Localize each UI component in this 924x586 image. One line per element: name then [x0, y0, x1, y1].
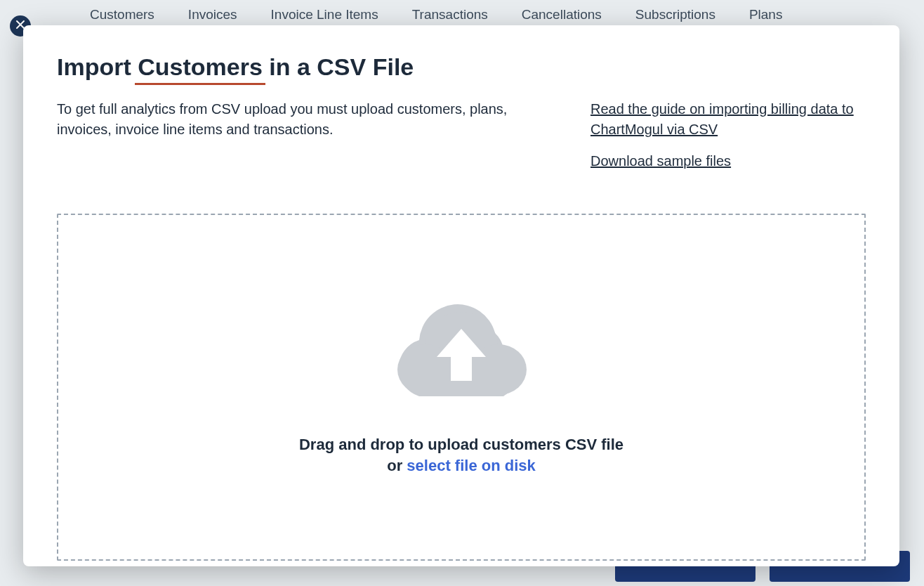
tab-customers[interactable]: Customers: [90, 7, 154, 22]
links-column: Read the guide on importing billing data…: [590, 99, 866, 183]
title-suffix: in a CSV File: [269, 53, 414, 80]
tab-plans[interactable]: Plans: [749, 7, 783, 22]
link-download-sample[interactable]: Download sample files: [590, 153, 731, 169]
title-prefix: Import: [57, 53, 131, 80]
modal-title: Import Customers in a CSV File: [57, 53, 866, 81]
tab-cancellations[interactable]: Cancellations: [522, 7, 602, 22]
tab-subscriptions[interactable]: Subscriptions: [635, 7, 715, 22]
tab-invoices[interactable]: Invoices: [188, 7, 237, 22]
tab-invoice-line-items[interactable]: Invoice Line Items: [271, 7, 378, 22]
import-modal: Import Customers in a CSV File To get fu…: [23, 25, 899, 566]
select-file-link[interactable]: select file on disk: [407, 457, 535, 474]
intro-text: To get full analytics from CSV upload yo…: [57, 99, 548, 183]
title-highlight: Customers: [138, 53, 263, 81]
dropzone-or: or: [387, 457, 407, 474]
dropzone-main-text: Drag and drop to upload customers CSV fi…: [299, 436, 623, 454]
link-guide[interactable]: Read the guide on importing billing data…: [590, 101, 854, 137]
cloud-upload-icon: [388, 299, 535, 401]
file-dropzone[interactable]: Drag and drop to upload customers CSV fi…: [57, 214, 866, 561]
dropzone-sub-text: or select file on disk: [387, 457, 536, 475]
tab-transactions[interactable]: Transactions: [412, 7, 488, 22]
